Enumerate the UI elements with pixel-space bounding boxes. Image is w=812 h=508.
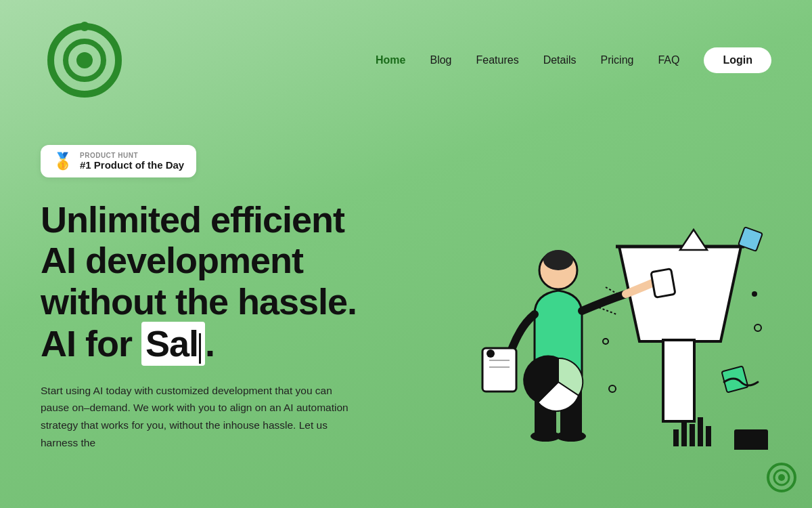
svg-point-5 [50,43,57,50]
svg-rect-32 [734,429,768,450]
svg-line-36 [606,287,618,294]
svg-rect-28 [681,421,687,446]
hero-description: Start using AI today with customized dev… [41,382,352,451]
nav-item-pricing[interactable]: Pricing [601,54,634,66]
svg-point-2 [76,52,93,68]
watermark-logo [765,461,798,494]
svg-point-33 [609,385,616,392]
typed-text: Sal [141,322,205,365]
nav-item-details[interactable]: Details [543,54,577,66]
nav-links: Home Blog Features Details Pricing FAQ L… [376,47,771,73]
hero-illustration [406,131,771,450]
svg-point-15 [531,431,560,442]
hero-heading: Unlimited efficient AI development witho… [41,199,406,366]
svg-point-38 [752,291,757,297]
svg-point-42 [778,474,785,481]
svg-rect-30 [698,417,703,446]
badge-source: PRODUCT HUNT [80,152,184,159]
nav-item-features[interactable]: Features [476,54,518,66]
svg-line-37 [599,308,616,314]
svg-rect-27 [673,429,679,446]
logo[interactable] [41,16,129,104]
badge-text: PRODUCT HUNT #1 Product of the Day [80,152,184,171]
svg-point-34 [754,324,761,331]
product-hunt-badge[interactable]: 🥇 PRODUCT HUNT #1 Product of the Day [41,145,196,177]
svg-point-39 [603,339,608,344]
svg-point-11 [543,250,573,270]
svg-point-16 [556,431,586,442]
nav-item-faq[interactable]: FAQ [658,54,679,66]
svg-point-6 [113,44,118,49]
svg-marker-24 [680,230,707,250]
svg-point-20 [487,350,495,358]
nav-item-blog[interactable]: Blog [430,54,451,66]
login-button[interactable]: Login [704,47,771,73]
nav-item-home[interactable]: Home [376,54,405,66]
svg-rect-31 [706,426,711,446]
badge-title: #1 Product of the Day [80,159,184,171]
svg-rect-12 [651,269,675,298]
hero-content: 🥇 PRODUCT HUNT #1 Product of the Day Unl… [41,131,406,451]
svg-point-4 [81,91,88,98]
svg-rect-8 [663,340,694,421]
svg-marker-7 [619,247,741,341]
medal-icon: 🥇 [53,152,73,171]
svg-rect-29 [690,424,695,446]
svg-point-3 [80,22,89,31]
